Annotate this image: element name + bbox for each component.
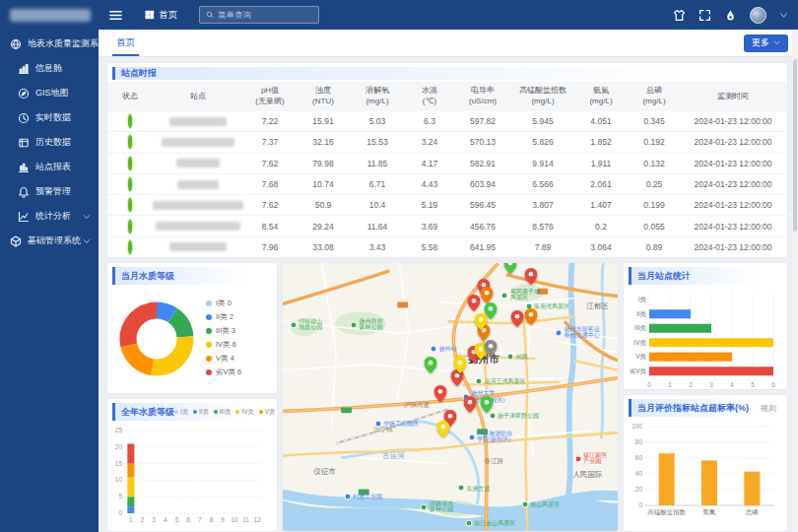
table-row[interactable]: 7.3732.1615.533.24570.135.8261.8520.1922… (107, 132, 787, 153)
search-input[interactable] (218, 10, 306, 20)
column-header: 溶解氧(mg/L) (350, 86, 405, 107)
cell-value: 10.4 (350, 200, 405, 210)
table-row[interactable]: 7.6250.910.45.19596.453.8071.4070.199202… (107, 195, 787, 216)
legend-item[interactable]: I类 (174, 408, 188, 417)
sidebar-item-label: 统计分析 (35, 210, 71, 223)
cell-value: 7.68 (243, 179, 297, 189)
sidebar-item-7[interactable]: 统计分析 (0, 204, 99, 229)
exceed-rate-title: 当月评价指标站点超标率(%) (637, 402, 749, 415)
station-pin-icon[interactable] (511, 310, 524, 327)
sidebar-item-1[interactable]: 信息舱 (0, 56, 99, 81)
breadcrumb-home[interactable]: 首页 (145, 9, 177, 22)
flame-icon[interactable] (724, 9, 737, 22)
cell-value: 456.76 (454, 222, 511, 232)
scrollbar-track (792, 30, 798, 532)
column-header: 浊度(NTU) (297, 86, 350, 107)
legend-item[interactable]: I类 0 (206, 297, 241, 310)
scrollbar-thumb[interactable] (793, 59, 797, 232)
donut-legend: I类 0II类 2III类 3IV类 6V类 4劣V类 6 (206, 297, 241, 378)
tabbar: 首页 更多 (99, 30, 798, 57)
month-station-title: 当月站点统计 (637, 270, 691, 283)
sidebar-item-2[interactable]: GIS地图 (0, 81, 99, 105)
station-name-blurred (169, 117, 227, 126)
cell-value: 6.3 (405, 116, 454, 126)
app-logo (10, 9, 91, 22)
cell-value: 5.945 (511, 116, 574, 126)
tab-home[interactable]: 首页 (116, 30, 135, 56)
cell-value: 50.9 (297, 200, 350, 210)
station-pin-icon[interactable] (524, 268, 537, 285)
station-pin-icon[interactable] (454, 357, 467, 373)
legend-item[interactable]: V类 (259, 408, 276, 417)
station-pin-icon[interactable] (481, 396, 494, 413)
status-dot-online (128, 135, 132, 149)
status-dot-online (128, 114, 132, 128)
svg-text:1: 1 (668, 381, 672, 388)
cell-value: 7.22 (243, 116, 297, 126)
station-pin-icon[interactable] (484, 302, 497, 319)
more-button[interactable]: 更多 (744, 34, 788, 52)
legend-item[interactable]: IV类 6 (206, 338, 241, 352)
sidebar-item-8[interactable]: 基础管理系统 (0, 229, 99, 253)
svg-text:高锰酸盐指数: 高锰酸盐指数 (647, 508, 687, 516)
user-menu-chevron-down-icon[interactable] (779, 11, 788, 20)
menu-search-box[interactable] (199, 6, 319, 24)
month-grade-donut-chart (107, 287, 206, 389)
rules-link[interactable]: 规则 (761, 403, 776, 414)
cell-value: 6.566 (511, 179, 574, 189)
station-pin-icon[interactable] (484, 340, 497, 357)
legend-item[interactable]: III类 3 (206, 324, 241, 338)
svg-text:II类: II类 (636, 310, 647, 317)
station-map[interactable]: 扬州市江都区仪征市古运河沪陕高速沪宁线春江路人民国际仪征捺山地质公园扬州西郊森林… (282, 262, 619, 532)
station-pin-icon[interactable] (481, 287, 494, 303)
table-row[interactable]: 7.6279.9811.854.17582.919.9141.9110.1322… (107, 154, 787, 174)
cell-value: 0.345 (628, 116, 681, 126)
table-row[interactable]: 7.2215.915.036.3597.825.9454.0510.345202… (107, 111, 787, 132)
status-dot-online (128, 157, 132, 170)
station-pin-icon[interactable] (504, 262, 517, 274)
map-basemap (283, 263, 618, 531)
cell-value: 0.132 (628, 159, 681, 168)
sidebar-item-0[interactable]: 地表水质量监测系统 (0, 32, 99, 56)
exceed-rate-panel: 当月评价指标站点超标率(%) 规则 020406080100高锰酸盐指数氨氮总磷 (623, 394, 788, 532)
sidebar-item-label: 预警管理 (35, 185, 71, 198)
station-pin-icon[interactable] (467, 295, 480, 311)
month-grade-title: 当月水质等级 (121, 270, 174, 283)
table-row[interactable]: 8.5429.2411.643.69456.768.5760.20.055202… (107, 216, 787, 236)
sidebar-item-5[interactable]: 站点报表 (0, 155, 99, 179)
sidebar-item-4[interactable]: 历史数据 (0, 130, 99, 155)
cell-value: 4.17 (405, 159, 454, 168)
cell-value: 7.37 (243, 137, 297, 147)
station-pin-icon[interactable] (433, 385, 446, 402)
cell-value: 5.826 (511, 137, 574, 147)
svg-text:V类: V类 (635, 353, 646, 360)
column-header: 氨氮(mg/L) (574, 86, 628, 107)
sidebar-item-3[interactable]: 实时数据 (0, 105, 99, 130)
station-pin-icon[interactable] (424, 357, 436, 373)
hamburger-menu-icon[interactable] (108, 8, 123, 23)
table-body: 7.2215.915.036.3597.825.9454.0510.345202… (107, 111, 787, 258)
legend-item[interactable]: 劣V类 6 (206, 366, 241, 379)
legend-item[interactable]: V类 4 (206, 352, 241, 366)
cell-value: 8.576 (511, 222, 574, 232)
legend-item[interactable]: II类 (193, 408, 209, 417)
globe-icon (10, 38, 22, 50)
search-icon (206, 11, 214, 19)
station-pin-icon[interactable] (524, 308, 537, 325)
svg-text:60: 60 (635, 454, 643, 461)
table-row[interactable]: 7.9633.083.435.58641.957.893.0640.892024… (107, 237, 787, 258)
legend-item[interactable]: III类 (214, 408, 232, 417)
theme-skin-icon[interactable] (673, 9, 686, 22)
station-pin-icon[interactable] (437, 421, 450, 437)
station-pin-icon[interactable] (464, 396, 477, 413)
sidebar-item-6[interactable]: 预警管理 (0, 179, 99, 204)
legend-item[interactable]: II类 2 (206, 310, 241, 324)
column-header: 电导率(uS/cm) (454, 86, 511, 107)
svg-text:0: 0 (647, 381, 651, 388)
legend-item[interactable]: IV类 (235, 408, 253, 417)
table-row[interactable]: 7.6810.746.714.43603.946.5662.0610.25202… (107, 174, 787, 195)
station-report-title: 站点时报 (121, 67, 157, 80)
cell-value: 3.24 (405, 137, 454, 147)
user-avatar[interactable] (750, 7, 766, 24)
fullscreen-icon[interactable] (698, 9, 711, 22)
